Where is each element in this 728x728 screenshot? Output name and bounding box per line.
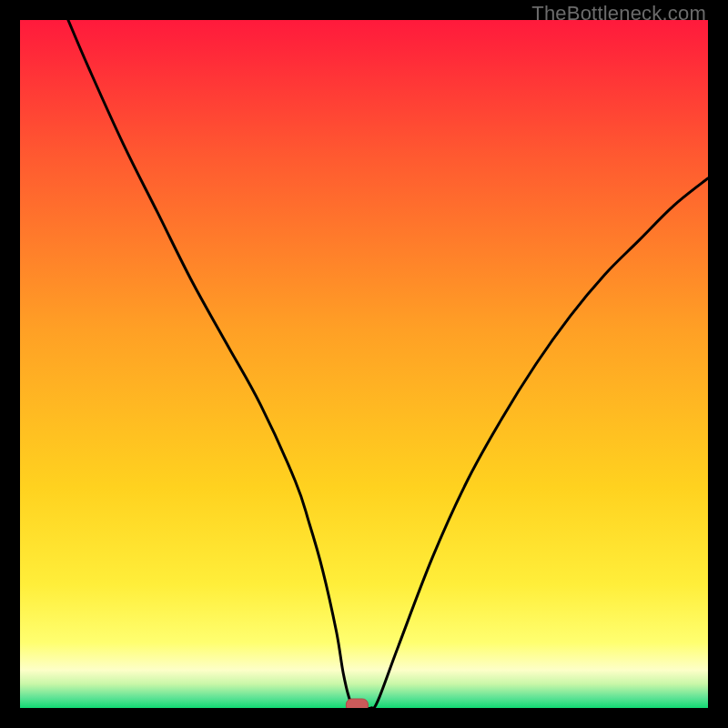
watermark-text: TheBottleneck.com	[531, 2, 706, 25]
chart-frame	[20, 20, 708, 708]
bottleneck-chart	[20, 20, 708, 708]
optimal-point-marker	[346, 699, 368, 708]
gradient-background	[20, 20, 708, 708]
